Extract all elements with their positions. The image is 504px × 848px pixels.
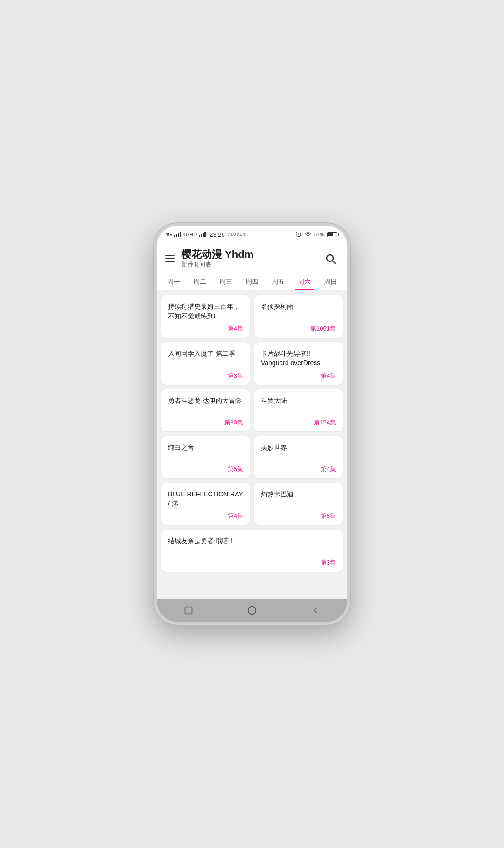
anime-card-8[interactable]: BLUE REFLECTION RAY / 澪第4集 [161,483,250,525]
anime-title-10: 结城友奈是勇者 哦嗒！ [168,536,336,555]
speed-label: 7.80 KB/s [228,232,246,237]
day-tab-周日[interactable]: 周日 [317,273,343,290]
header-left: 樱花动漫 Yhdm 新番时间表 [165,248,253,269]
anime-episode-3: 第4集 [261,372,336,380]
anime-card-9[interactable]: 灼热卡巴迪第5集 [254,483,343,525]
svg-line-2 [333,261,336,264]
anime-episode-2: 第3集 [168,372,243,380]
app-subtitle: 新番时间表 [181,261,253,269]
anime-title-4: 勇者斗恶龙 达伊的大冒险 [168,396,243,415]
battery-pct-label: 57% [314,232,324,237]
anime-card-10[interactable]: 结城友奈是勇者 哦嗒！第3集 [161,530,343,572]
anime-episode-5: 第154集 [261,418,336,427]
network1-label: 4G [165,232,172,237]
anime-card-7[interactable]: 美妙世界第4集 [254,436,343,478]
anime-title-7: 美妙世界 [261,443,336,461]
anime-episode-4: 第30集 [168,418,243,427]
anime-card-4[interactable]: 勇者斗恶龙 达伊的大冒险第30集 [161,389,250,431]
network2-label: 4GHD [183,232,197,237]
status-right: 57% [295,231,339,238]
day-tabs: 周一周二周三周四周五周六周日 [157,273,347,290]
status-left: 4G 4GHD 23:26 7.80 KB/s [165,231,246,238]
search-icon [325,253,336,264]
bottom-nav [157,599,347,622]
signal-bars-2 [199,232,206,237]
day-tab-周一[interactable]: 周一 [161,273,187,290]
header-title: 樱花动漫 Yhdm 新番时间表 [181,248,253,269]
content-area[interactable]: 持续狩猎史莱姆三百年，不知不觉就练到L…第4集名侦探柯南第1061集入间同学入魔… [157,290,347,599]
anime-card-3[interactable]: 卡片战斗先导者!! Vanguard overDress第4集 [254,342,343,385]
battery-indicator [327,232,339,237]
anime-episode-1: 第1061集 [261,325,336,333]
wifi-icon [305,231,311,238]
day-tab-周六[interactable]: 周六 [291,273,317,290]
anime-title-5: 斗罗大陆 [261,396,336,415]
anime-card-2[interactable]: 入间同学入魔了 第二季第3集 [161,342,250,385]
nav-back-button[interactable] [309,604,322,617]
app-title: 樱花动漫 Yhdm [181,248,253,261]
anime-card-5[interactable]: 斗罗大陆第154集 [254,389,343,431]
anime-card-1[interactable]: 名侦探柯南第1061集 [254,295,343,338]
svg-point-4 [248,607,256,615]
day-tab-周五[interactable]: 周五 [265,273,291,290]
anime-title-1: 名侦探柯南 [261,302,336,321]
anime-card-0[interactable]: 持续狩猎史莱姆三百年，不知不觉就练到L…第4集 [161,295,250,338]
anime-title-8: BLUE REFLECTION RAY / 澪 [168,489,243,509]
anime-episode-9: 第5集 [261,512,336,520]
nav-square-button[interactable] [182,604,195,617]
anime-title-9: 灼热卡巴迪 [261,489,336,509]
anime-grid: 持续狩猎史莱姆三百年，不知不觉就练到L…第4集名侦探柯南第1061集入间同学入魔… [161,295,343,572]
svg-rect-3 [185,607,192,614]
anime-card-6[interactable]: 纯白之音第5集 [161,436,250,478]
time-label: 23:26 [210,231,225,238]
anime-title-2: 入间同学入魔了 第二季 [168,349,243,368]
anime-title-6: 纯白之音 [168,443,243,461]
menu-button[interactable] [165,255,175,262]
anime-episode-0: 第4集 [168,325,243,333]
status-bar: 4G 4GHD 23:26 7.80 KB/s 57% [157,226,347,243]
anime-episode-6: 第5集 [168,465,243,473]
alarm-icon [295,231,302,238]
nav-home-button[interactable] [245,604,259,617]
anime-episode-8: 第4集 [168,512,243,520]
anime-episode-7: 第4集 [261,465,336,473]
anime-episode-10: 第3集 [168,558,336,567]
day-tab-周二[interactable]: 周二 [187,273,213,290]
search-button[interactable] [322,250,339,267]
day-tab-周四[interactable]: 周四 [239,273,265,290]
anime-title-0: 持续狩猎史莱姆三百年，不知不觉就练到L… [168,302,243,321]
day-tab-周三[interactable]: 周三 [213,273,239,290]
anime-title-3: 卡片战斗先导者!! Vanguard overDress [261,349,336,368]
app-header: 樱花动漫 Yhdm 新番时间表 [157,243,347,273]
phone-frame: 4G 4GHD 23:26 7.80 KB/s 57% [154,223,350,625]
signal-bars-1 [174,232,181,237]
